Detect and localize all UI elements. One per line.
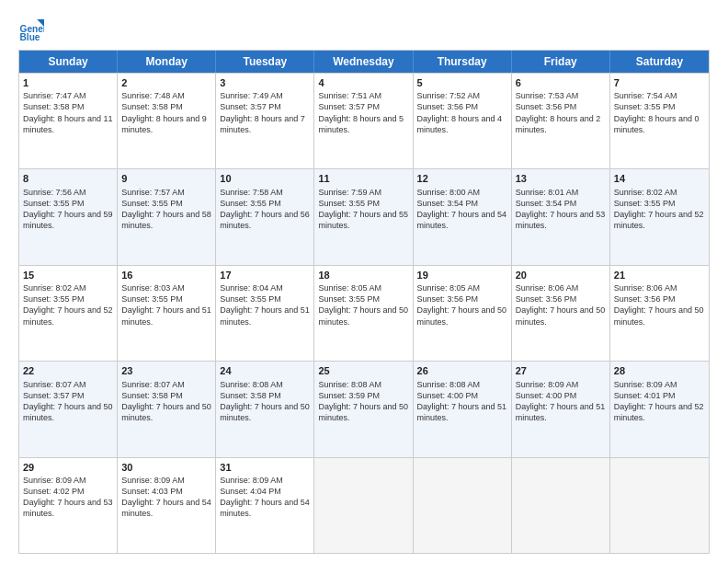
cell-info: Sunrise: 7:57 AMSunset: 3:55 PMDaylight:… — [121, 187, 211, 232]
calendar: SundayMondayTuesdayWednesdayThursdayFrid… — [18, 50, 710, 554]
day-number: 31 — [220, 461, 310, 474]
cell-info: Sunrise: 8:00 AMSunset: 3:54 PMDaylight:… — [417, 187, 507, 232]
calendar-cell: 10Sunrise: 7:58 AMSunset: 3:55 PMDayligh… — [216, 169, 314, 264]
day-number: 26 — [417, 364, 507, 377]
calendar-cell: 23Sunrise: 8:07 AMSunset: 3:58 PMDayligh… — [118, 362, 216, 456]
calendar-cell-empty — [610, 458, 709, 553]
day-number: 20 — [516, 269, 606, 282]
day-number: 27 — [516, 364, 606, 377]
day-number: 14 — [614, 172, 705, 185]
cell-info: Sunrise: 7:58 AMSunset: 3:55 PMDaylight:… — [220, 187, 310, 232]
day-number: 18 — [318, 269, 408, 282]
calendar-cell: 28Sunrise: 8:09 AMSunset: 4:01 PMDayligh… — [610, 362, 709, 456]
calendar-cell: 29Sunrise: 8:09 AMSunset: 4:02 PMDayligh… — [19, 458, 118, 553]
calendar-cell: 16Sunrise: 8:03 AMSunset: 3:55 PMDayligh… — [118, 266, 216, 361]
page: General Blue SundayMondayTuesdayWednesda… — [0, 0, 728, 563]
cell-info: Sunrise: 7:47 AMSunset: 3:58 PMDaylight:… — [23, 90, 113, 135]
header-day: Wednesday — [314, 51, 413, 73]
cell-info: Sunrise: 8:02 AMSunset: 3:55 PMDaylight:… — [614, 187, 705, 232]
day-number: 4 — [318, 76, 408, 89]
cell-info: Sunrise: 8:05 AMSunset: 3:56 PMDaylight:… — [417, 282, 507, 327]
cell-info: Sunrise: 8:09 AMSunset: 4:03 PMDaylight:… — [121, 475, 211, 520]
calendar-cell: 31Sunrise: 8:09 AMSunset: 4:04 PMDayligh… — [216, 458, 314, 553]
day-number: 12 — [417, 172, 507, 185]
calendar-cell: 24Sunrise: 8:08 AMSunset: 3:58 PMDayligh… — [216, 362, 314, 456]
cell-info: Sunrise: 8:06 AMSunset: 3:56 PMDaylight:… — [516, 282, 606, 327]
calendar-cell: 6Sunrise: 7:53 AMSunset: 3:56 PMDaylight… — [512, 74, 610, 168]
cell-info: Sunrise: 8:08 AMSunset: 3:59 PMDaylight:… — [318, 379, 408, 424]
day-number: 22 — [23, 364, 113, 377]
cell-info: Sunrise: 8:09 AMSunset: 4:01 PMDaylight:… — [614, 379, 705, 424]
day-number: 16 — [121, 269, 211, 282]
cell-info: Sunrise: 8:09 AMSunset: 4:00 PMDaylight:… — [516, 379, 606, 424]
cell-info: Sunrise: 7:52 AMSunset: 3:56 PMDaylight:… — [417, 90, 507, 135]
cell-info: Sunrise: 8:07 AMSunset: 3:57 PMDaylight:… — [23, 379, 113, 424]
cell-info: Sunrise: 7:54 AMSunset: 3:55 PMDaylight:… — [614, 90, 705, 135]
calendar-header: SundayMondayTuesdayWednesdayThursdayFrid… — [19, 51, 709, 73]
calendar-cell: 4Sunrise: 7:51 AMSunset: 3:57 PMDaylight… — [314, 74, 413, 168]
cell-info: Sunrise: 7:48 AMSunset: 3:58 PMDaylight:… — [121, 90, 211, 135]
day-number: 30 — [121, 461, 211, 474]
calendar-cell: 14Sunrise: 8:02 AMSunset: 3:55 PMDayligh… — [610, 169, 709, 264]
logo: General Blue — [18, 17, 48, 42]
day-number: 5 — [417, 76, 507, 89]
day-number: 7 — [614, 76, 705, 89]
day-number: 24 — [220, 364, 310, 377]
cell-info: Sunrise: 8:01 AMSunset: 3:54 PMDaylight:… — [516, 187, 606, 232]
cell-info: Sunrise: 7:51 AMSunset: 3:57 PMDaylight:… — [318, 90, 408, 135]
cell-info: Sunrise: 8:09 AMSunset: 4:02 PMDaylight:… — [23, 475, 113, 520]
day-number: 9 — [121, 172, 211, 185]
cell-info: Sunrise: 7:56 AMSunset: 3:55 PMDaylight:… — [23, 187, 113, 232]
calendar-body: 1Sunrise: 7:47 AMSunset: 3:58 PMDaylight… — [19, 73, 709, 553]
cell-info: Sunrise: 8:08 AMSunset: 3:58 PMDaylight:… — [220, 379, 310, 424]
header-day: Thursday — [414, 51, 512, 73]
day-number: 21 — [614, 269, 705, 282]
day-number: 8 — [23, 172, 113, 185]
cell-info: Sunrise: 8:03 AMSunset: 3:55 PMDaylight:… — [121, 282, 211, 327]
calendar-cell: 19Sunrise: 8:05 AMSunset: 3:56 PMDayligh… — [414, 266, 512, 361]
calendar-cell: 21Sunrise: 8:06 AMSunset: 3:56 PMDayligh… — [610, 266, 709, 361]
day-number: 28 — [614, 364, 705, 377]
calendar-cell: 26Sunrise: 8:08 AMSunset: 4:00 PMDayligh… — [414, 362, 512, 456]
calendar-row: 1Sunrise: 7:47 AMSunset: 3:58 PMDaylight… — [19, 73, 709, 168]
calendar-cell-empty — [512, 458, 610, 553]
calendar-cell: 9Sunrise: 7:57 AMSunset: 3:55 PMDaylight… — [118, 169, 216, 264]
calendar-cell: 20Sunrise: 8:06 AMSunset: 3:56 PMDayligh… — [512, 266, 610, 361]
cell-info: Sunrise: 8:09 AMSunset: 4:04 PMDaylight:… — [220, 475, 310, 520]
header-day: Saturday — [610, 51, 709, 73]
day-number: 17 — [220, 269, 310, 282]
day-number: 2 — [121, 76, 211, 89]
day-number: 1 — [23, 76, 113, 89]
day-number: 10 — [220, 172, 310, 185]
header-day: Friday — [512, 51, 610, 73]
calendar-cell: 30Sunrise: 8:09 AMSunset: 4:03 PMDayligh… — [118, 458, 216, 553]
calendar-cell: 22Sunrise: 8:07 AMSunset: 3:57 PMDayligh… — [19, 362, 118, 456]
calendar-row: 29Sunrise: 8:09 AMSunset: 4:02 PMDayligh… — [19, 457, 709, 553]
calendar-row: 15Sunrise: 8:02 AMSunset: 3:55 PMDayligh… — [19, 265, 709, 361]
day-number: 15 — [23, 269, 113, 282]
calendar-cell: 18Sunrise: 8:05 AMSunset: 3:55 PMDayligh… — [314, 266, 413, 361]
header-day: Sunday — [19, 51, 118, 73]
calendar-cell: 5Sunrise: 7:52 AMSunset: 3:56 PMDaylight… — [414, 74, 512, 168]
cell-info: Sunrise: 8:06 AMSunset: 3:56 PMDaylight:… — [614, 282, 705, 327]
cell-info: Sunrise: 8:05 AMSunset: 3:55 PMDaylight:… — [318, 282, 408, 327]
logo-icon: General Blue — [18, 17, 44, 42]
calendar-cell: 3Sunrise: 7:49 AMSunset: 3:57 PMDaylight… — [216, 74, 314, 168]
day-number: 11 — [318, 172, 408, 185]
cell-info: Sunrise: 8:04 AMSunset: 3:55 PMDaylight:… — [220, 282, 310, 327]
calendar-cell: 12Sunrise: 8:00 AMSunset: 3:54 PMDayligh… — [414, 169, 512, 264]
day-number: 25 — [318, 364, 408, 377]
calendar-cell: 13Sunrise: 8:01 AMSunset: 3:54 PMDayligh… — [512, 169, 610, 264]
calendar-cell: 7Sunrise: 7:54 AMSunset: 3:55 PMDaylight… — [610, 74, 709, 168]
cell-info: Sunrise: 8:07 AMSunset: 3:58 PMDaylight:… — [121, 379, 211, 424]
calendar-row: 8Sunrise: 7:56 AMSunset: 3:55 PMDaylight… — [19, 168, 709, 264]
calendar-cell: 15Sunrise: 8:02 AMSunset: 3:55 PMDayligh… — [19, 266, 118, 361]
calendar-cell: 17Sunrise: 8:04 AMSunset: 3:55 PMDayligh… — [216, 266, 314, 361]
calendar-row: 22Sunrise: 8:07 AMSunset: 3:57 PMDayligh… — [19, 361, 709, 456]
calendar-cell: 2Sunrise: 7:48 AMSunset: 3:58 PMDaylight… — [118, 74, 216, 168]
calendar-cell: 1Sunrise: 7:47 AMSunset: 3:58 PMDaylight… — [19, 74, 118, 168]
calendar-cell-empty — [314, 458, 413, 553]
cell-info: Sunrise: 8:02 AMSunset: 3:55 PMDaylight:… — [23, 282, 113, 327]
day-number: 19 — [417, 269, 507, 282]
day-number: 29 — [23, 461, 113, 474]
